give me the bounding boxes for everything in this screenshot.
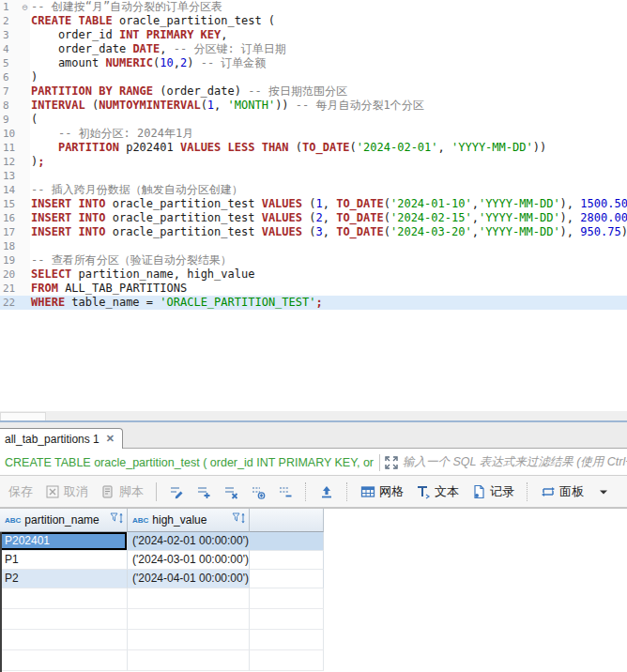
- record-view-button[interactable]: 记录: [468, 481, 517, 502]
- script-button[interactable]: 脚本: [98, 481, 146, 502]
- tab-close-icon[interactable]: ✕: [106, 434, 115, 444]
- code-line[interactable]: 21FROM ALL_TAB_PARTITIONS: [0, 282, 627, 296]
- line-number: 3: [0, 28, 20, 42]
- code-line[interactable]: 16INSERT INTO oracle_partition_test VALU…: [0, 211, 627, 225]
- code-line[interactable]: 9(: [0, 113, 627, 127]
- code-text: [30, 169, 627, 183]
- code-text: INSERT INTO oracle_partition_test VALUES…: [30, 225, 627, 239]
- duplicate-row-button[interactable]: [248, 482, 268, 501]
- editor-hscrollbar[interactable]: [0, 411, 627, 420]
- code-text: INSERT INTO oracle_partition_test VALUES…: [30, 197, 627, 211]
- code-line[interactable]: 17INSERT INTO oracle_partition_test VALU…: [0, 225, 627, 239]
- line-number: 18: [0, 239, 20, 253]
- sql-editor[interactable]: 1⊖-- 创建按“月”自动分裂的订单分区表2CREATE TABLE oracl…: [0, 0, 627, 411]
- code-text: PARTITION BY RANGE (order_date) -- 按日期范围…: [30, 84, 627, 99]
- panel-view-icon: [541, 484, 556, 499]
- code-line[interactable]: 12);: [0, 155, 627, 169]
- empty-cell: [128, 609, 250, 630]
- duplicate-row-icon: [251, 484, 266, 499]
- panel-dropdown-button[interactable]: [593, 482, 614, 501]
- panel-view-button[interactable]: 面板: [538, 481, 587, 502]
- empty-cell: [0, 588, 128, 609]
- column-header-partition_name[interactable]: ABCpartition_name: [0, 509, 128, 532]
- code-line[interactable]: 18: [0, 239, 627, 253]
- tab-all-tab-partitions[interactable]: all_tab_partitions 1 ✕: [0, 428, 123, 449]
- fetch-button[interactable]: [316, 482, 337, 501]
- add-row-button[interactable]: [193, 482, 214, 501]
- grid-view-icon: [360, 484, 375, 499]
- fold-margin: [20, 28, 30, 42]
- fold-margin: [20, 225, 30, 239]
- chevron-down-icon: [596, 484, 611, 499]
- code-line[interactable]: 14-- 插入跨月份数据（触发自动分区创建）: [0, 183, 627, 197]
- code-line[interactable]: 13: [0, 169, 627, 183]
- fold-margin: [20, 141, 30, 155]
- grid-cell[interactable]: P1: [0, 551, 128, 570]
- filter-sort-icon[interactable]: [232, 512, 246, 527]
- code-line[interactable]: 2CREATE TABLE oracle_partition_test (: [0, 14, 627, 28]
- fold-margin: [20, 296, 30, 310]
- code-text: order_date DATE, -- 分区键: 订单日期: [30, 42, 627, 56]
- empty-cell: [250, 609, 324, 630]
- line-number: 22: [0, 296, 20, 310]
- grid-header: ABCpartition_nameABChigh_value: [0, 508, 627, 532]
- fold-margin: [20, 197, 30, 211]
- upload-icon: [319, 484, 334, 499]
- code-line[interactable]: 3 order_id INT PRIMARY KEY,: [0, 28, 627, 42]
- column-header-high_value[interactable]: ABChigh_value: [128, 509, 250, 532]
- column-name: partition_name: [24, 513, 106, 527]
- grid-cell-empty: [250, 532, 324, 551]
- line-number: 17: [0, 225, 20, 239]
- delete-row-button[interactable]: [275, 482, 296, 501]
- grid-view-button[interactable]: 网格: [358, 481, 406, 502]
- table-row: P1('2024-03-01 00:00:00'): [0, 551, 627, 570]
- code-line[interactable]: 1⊖-- 创建按“月”自动分裂的订单分区表: [0, 0, 627, 14]
- empty-cell: [250, 630, 324, 650]
- expand-filter-icon[interactable]: [384, 455, 399, 470]
- grid-cell-empty: [250, 570, 324, 588]
- edit-value-icon: [169, 484, 184, 499]
- result-filter-bar[interactable]: CREATE TABLE oracle_partition_test ( ord…: [0, 450, 627, 476]
- line-number: 9: [0, 113, 20, 127]
- filter-divider: [379, 454, 380, 471]
- code-line[interactable]: 7PARTITION BY RANGE (order_date) -- 按日期范…: [0, 84, 627, 99]
- save-button[interactable]: 保存: [6, 481, 36, 502]
- fold-margin: [20, 183, 30, 197]
- code-line[interactable]: 19-- 查看所有分区（验证自动分裂结果）: [0, 253, 627, 267]
- grid-cell-empty: [250, 551, 324, 570]
- text-view-button[interactable]: 文本: [413, 481, 462, 502]
- column-type-icon: ABC: [5, 516, 21, 525]
- code-line[interactable]: 11 PARTITION p202401 VALUES LESS THAN (T…: [0, 141, 627, 155]
- grid-cell[interactable]: ('2024-04-01 00:00:00'): [128, 570, 250, 588]
- edit-value-button[interactable]: [166, 482, 187, 501]
- code-text: INTERVAL (NUMTOYMINTERVAL(1, 'MONTH')) -…: [30, 99, 627, 113]
- fold-collapse-icon[interactable]: ⊖: [20, 0, 30, 14]
- grid-cell[interactable]: P202401: [0, 532, 128, 551]
- line-number: 2: [0, 14, 20, 28]
- code-line[interactable]: 5 amount NUMERIC(10,2) -- 订单金额: [0, 56, 627, 70]
- line-number: 8: [0, 99, 20, 113]
- line-number: 21: [0, 282, 20, 296]
- code-line[interactable]: 20SELECT partition_name, high_value: [0, 267, 627, 282]
- empty-cell: [128, 588, 250, 609]
- code-line[interactable]: 15INSERT INTO oracle_partition_test VALU…: [0, 197, 627, 211]
- line-number: 6: [0, 70, 20, 84]
- code-line[interactable]: 10 -- 初始分区: 2024年1月: [0, 127, 627, 141]
- result-grid: ABCpartition_nameABChigh_value P202401('…: [0, 508, 627, 672]
- code-line[interactable]: 4 order_date DATE, -- 分区键: 订单日期: [0, 42, 627, 56]
- code-line[interactable]: 22WHERE table_name = 'ORACLE_PARTITION_T…: [0, 296, 627, 310]
- code-text: ): [30, 70, 627, 84]
- delete-cell-icon: [223, 484, 238, 499]
- grid-cell[interactable]: P2: [0, 570, 128, 588]
- grid-cell[interactable]: ('2024-03-01 00:00:00'): [128, 551, 250, 570]
- code-line[interactable]: 6): [0, 70, 627, 84]
- empty-cell: [128, 630, 250, 650]
- table-row: P2('2024-04-01 00:00:00'): [0, 570, 627, 588]
- cancel-icon: [45, 484, 60, 499]
- fold-margin: [20, 155, 30, 169]
- code-line[interactable]: 8INTERVAL (NUMTOYMINTERVAL(1, 'MONTH')) …: [0, 99, 627, 113]
- filter-sort-icon[interactable]: [110, 512, 124, 527]
- grid-cell[interactable]: ('2024-02-01 00:00:00'): [128, 532, 250, 551]
- cancel-button[interactable]: 取消: [42, 481, 91, 502]
- delete-cell-button[interactable]: [221, 482, 241, 501]
